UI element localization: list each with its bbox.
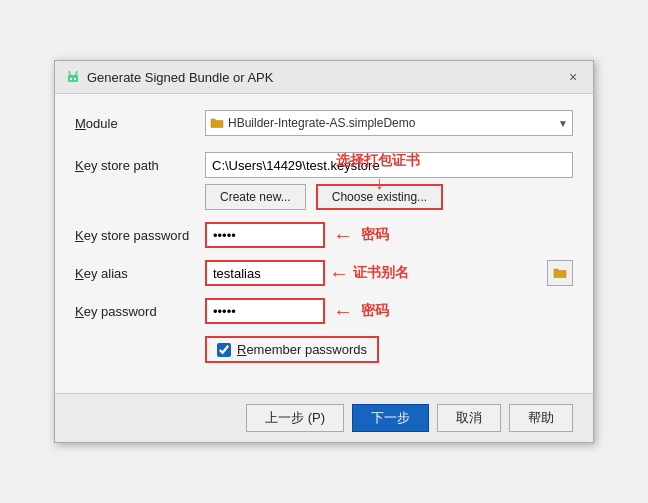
- keystore-path-row: Key store path: [75, 152, 573, 178]
- alias-right-arrow-icon: ←: [329, 262, 349, 285]
- svg-rect-0: [68, 75, 78, 82]
- module-select-value: HBuilder-Integrate-AS.simpleDemo: [228, 116, 554, 130]
- remember-checkbox[interactable]: [217, 343, 231, 357]
- generate-signed-dialog: Generate Signed Bundle or APK × Module H…: [54, 60, 594, 443]
- down-arrow-icon: ↓: [375, 174, 384, 192]
- key-password-input[interactable]: [205, 298, 325, 324]
- create-new-button[interactable]: Create new...: [205, 184, 306, 210]
- svg-rect-2: [74, 78, 76, 80]
- remember-checkbox-wrapper: Remember passwords: [205, 336, 379, 363]
- android-icon: [65, 69, 81, 85]
- title-bar: Generate Signed Bundle or APK ×: [55, 61, 593, 94]
- dropdown-arrow-icon: ▼: [558, 118, 568, 129]
- keystore-path-label: Key store path: [75, 158, 205, 173]
- cancel-button[interactable]: 取消: [437, 404, 501, 432]
- key-password-right-arrow-icon: ←: [333, 300, 353, 323]
- next-button[interactable]: 下一步: [352, 404, 429, 432]
- title-bar-left: Generate Signed Bundle or APK: [65, 69, 273, 85]
- alias-folder-button[interactable]: [547, 260, 573, 286]
- svg-rect-1: [70, 78, 72, 80]
- module-row: Module HBuilder-Integrate-AS.simpleDemo …: [75, 110, 573, 136]
- key-alias-label: Key alias: [75, 266, 205, 281]
- key-password-row: Key password ← 密码: [75, 298, 573, 324]
- key-password-annotation: 密码: [361, 302, 389, 320]
- alias-annotation: 证书别名: [353, 264, 409, 282]
- svg-point-6: [76, 71, 77, 72]
- dialog-footer: 上一步 (P) 下一步 取消 帮助: [55, 393, 593, 442]
- keystore-buttons-row: Create new... 选择打包证书 ↓ Choose existing..…: [75, 184, 573, 210]
- key-alias-field: ← 证书别名: [205, 260, 573, 286]
- key-alias-input[interactable]: [205, 260, 325, 286]
- choose-btn-wrapper: 选择打包证书 ↓ Choose existing...: [316, 184, 443, 210]
- keystore-password-row: Key store password ← 密码: [75, 222, 573, 248]
- key-password-label: Key password: [75, 304, 205, 319]
- choose-cert-annotation: 选择打包证书: [336, 152, 420, 170]
- dialog-title: Generate Signed Bundle or APK: [87, 70, 273, 85]
- keystore-password-label: Key store password: [75, 228, 205, 243]
- password-right-arrow-icon: ←: [333, 224, 353, 247]
- help-button[interactable]: 帮助: [509, 404, 573, 432]
- remember-label: Remember passwords: [237, 342, 367, 357]
- module-label: Module: [75, 116, 205, 131]
- close-button[interactable]: ×: [563, 67, 583, 87]
- svg-point-5: [69, 71, 70, 72]
- keystore-password-input[interactable]: [205, 222, 325, 248]
- folder-browse-icon: [553, 267, 567, 279]
- prev-button[interactable]: 上一步 (P): [246, 404, 344, 432]
- folder-icon: [210, 117, 224, 129]
- module-select[interactable]: HBuilder-Integrate-AS.simpleDemo ▼: [205, 110, 573, 136]
- password-annotation: 密码: [361, 226, 389, 244]
- remember-row: Remember passwords: [75, 336, 573, 363]
- key-alias-row: Key alias ← 证书别名: [75, 260, 573, 286]
- dialog-content: Module HBuilder-Integrate-AS.simpleDemo …: [55, 94, 593, 393]
